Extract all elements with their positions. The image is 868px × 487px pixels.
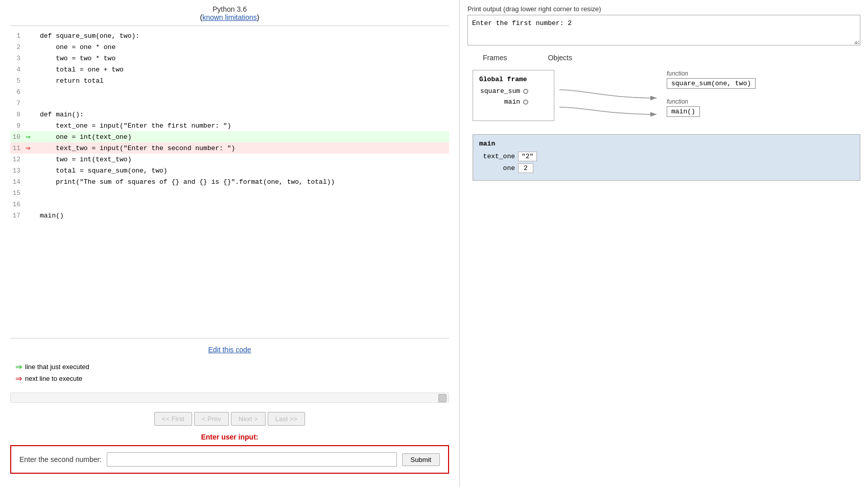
- code-text-5: return total: [40, 77, 104, 85]
- legend: ⇒ line that just executed ⇒ next line to…: [10, 359, 449, 388]
- code-line-5: 5 return total: [10, 75, 449, 86]
- next-button[interactable]: Next >: [231, 412, 266, 426]
- main-frame-box: main text_one "2" one 2: [473, 134, 860, 181]
- global-frame-title: Global frame: [479, 76, 548, 83]
- user-input-label: Enter user input:: [10, 433, 449, 441]
- frame-row-main: main: [479, 98, 548, 106]
- code-line-13: 13 total = square_sum(one, two): [10, 165, 449, 176]
- line-number-8: 8: [10, 111, 26, 118]
- frame-row-square-sum: square_sum: [479, 87, 548, 95]
- code-text-8: def main():: [40, 111, 84, 118]
- main-frame-title: main: [479, 140, 854, 148]
- frame-var-main: main: [479, 98, 520, 106]
- code-text-2: one = one * one: [40, 43, 115, 51]
- line-number-7: 7: [10, 100, 26, 107]
- line-number-16: 16: [10, 201, 26, 208]
- code-text-9: text_one = input("Enter the first number…: [40, 122, 231, 130]
- red-arrow-line-11: ⇒: [26, 143, 31, 153]
- object-label-main: function: [667, 98, 756, 105]
- code-text-13: total = square_sum(one, two): [40, 167, 168, 175]
- code-line-7: 7: [10, 98, 449, 109]
- user-input-box: Enter the second number: Submit: [10, 445, 449, 474]
- code-area: 1def square_sum(one, two):2 one = one * …: [10, 26, 449, 338]
- code-line-11: 11⇒ text_two = input("Enter the second n…: [10, 142, 449, 154]
- legend-green-text: line that just executed: [25, 363, 89, 371]
- output-text: Enter the first number: 2: [472, 19, 572, 27]
- object-value-main: main(): [667, 106, 700, 117]
- red-arrow-icon: ⇒: [15, 374, 22, 383]
- line-number-1: 1: [10, 32, 26, 40]
- global-frame-box: Global frame square_sum main: [473, 70, 554, 121]
- code-text-3: two = two * two: [40, 55, 115, 62]
- main-frame-row-text-one: text_one "2": [479, 152, 854, 161]
- line-number-15: 15: [10, 189, 26, 197]
- objects-container: function square_sum(one, two) function m…: [667, 70, 756, 121]
- first-button[interactable]: << First: [154, 412, 192, 426]
- main-frame-row-one: one 2: [479, 163, 854, 173]
- code-text-14: print("The sum of squares of {} and {} i…: [40, 178, 335, 186]
- python-version-title: Python 3.6: [10, 5, 449, 13]
- frame-dot-main: [523, 100, 528, 105]
- nav-buttons: << First < Prev Next > Last >>: [10, 407, 449, 430]
- last-button[interactable]: Last >>: [268, 412, 305, 426]
- code-text-1: def square_sum(one, two):: [40, 32, 139, 40]
- print-output-label: Print output (drag lower right corner to…: [467, 5, 860, 13]
- connector-svg: [554, 83, 667, 124]
- main-frame-var-text-one: text_one: [479, 153, 515, 160]
- code-line-3: 3 two = two * two: [10, 53, 449, 64]
- line-number-9: 9: [10, 122, 26, 130]
- objects-header: Objects: [548, 54, 572, 62]
- left-panel: Python 3.6 (known limitations) 1def squa…: [0, 0, 460, 487]
- known-limitations-link[interactable]: known limitations: [202, 13, 257, 21]
- code-line-6: 6: [10, 86, 449, 98]
- legend-green: ⇒ line that just executed: [15, 362, 449, 372]
- line-number-10: 10: [10, 133, 26, 141]
- arrow-10: ⇒: [26, 132, 40, 142]
- line-number-14: 14: [10, 178, 26, 186]
- line-number-13: 13: [10, 167, 26, 175]
- legend-red: ⇒ next line to execute: [15, 374, 449, 383]
- green-arrow-line-10: ⇒: [26, 132, 31, 142]
- resize-handle[interactable]: ◢: [854, 39, 859, 44]
- object-value-square-sum: square_sum(one, two): [667, 78, 756, 89]
- object-box-main: function main(): [667, 98, 756, 117]
- line-number-2: 2: [10, 43, 26, 51]
- code-line-12: 12 two = int(text_two): [10, 154, 449, 165]
- edit-code-link[interactable]: Edit this code: [208, 346, 251, 354]
- code-text-17: main(): [40, 212, 64, 220]
- code-line-2: 2 one = one * one: [10, 41, 449, 53]
- code-line-9: 9 text_one = input("Enter the first numb…: [10, 120, 449, 131]
- main-frame-var-one: one: [479, 164, 515, 172]
- code-text-12: two = int(text_two): [40, 156, 131, 163]
- submit-button[interactable]: Submit: [402, 453, 440, 466]
- legend-red-text: next line to execute: [25, 375, 82, 382]
- line-number-4: 4: [10, 66, 26, 74]
- edit-link-area: Edit this code: [10, 338, 449, 359]
- line-number-11: 11: [10, 144, 26, 152]
- scrollbar[interactable]: [10, 393, 449, 403]
- code-line-10: 10⇒ one = int(text_one): [10, 131, 449, 142]
- arrow-11: ⇒: [26, 143, 40, 153]
- code-text-11: text_two = input("Enter the second numbe…: [40, 144, 235, 152]
- code-line-16: 16: [10, 199, 449, 210]
- print-output-box: Enter the first number: 2 ◢: [467, 15, 860, 45]
- user-input-field[interactable]: [107, 452, 396, 467]
- input-prompt: Enter the second number:: [19, 455, 102, 464]
- code-line-4: 4 total = one + two: [10, 64, 449, 75]
- object-box-square-sum: function square_sum(one, two): [667, 70, 756, 89]
- code-line-14: 14 print("The sum of squares of {} and {…: [10, 176, 449, 187]
- code-line-15: 15: [10, 187, 449, 199]
- frames-header: Frames: [483, 54, 507, 62]
- line-number-12: 12: [10, 156, 26, 163]
- line-number-5: 5: [10, 77, 26, 85]
- green-arrow-icon: ⇒: [15, 362, 22, 372]
- right-panel: Print output (drag lower right corner to…: [460, 0, 868, 487]
- scrollbar-thumb[interactable]: [438, 394, 447, 402]
- line-number-6: 6: [10, 88, 26, 96]
- object-label-square-sum: function: [667, 70, 756, 77]
- code-text-4: total = one + two: [40, 66, 124, 74]
- frame-var-square-sum: square_sum: [479, 87, 520, 95]
- prev-button[interactable]: < Prev: [194, 412, 229, 426]
- code-text-10: one = int(text_one): [40, 133, 131, 141]
- code-line-8: 8def main():: [10, 109, 449, 120]
